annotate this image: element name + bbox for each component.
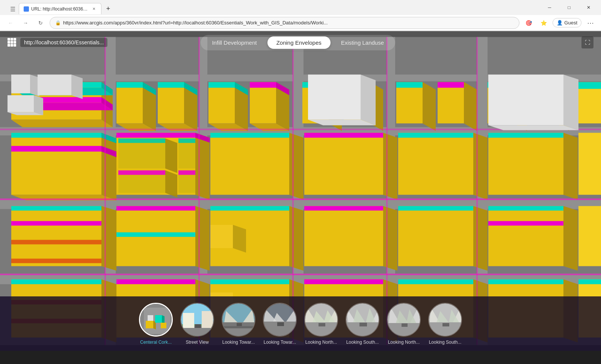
svg-marker-34 — [250, 82, 276, 124]
svg-marker-165 — [146, 321, 153, 328]
svg-rect-183 — [222, 326, 255, 328]
thumb-label-4: Looking North... — [305, 340, 337, 345]
nav-tab-infill[interactable]: Infill Development — [203, 36, 266, 49]
extensions-btn[interactable]: 🎯 — [522, 17, 535, 29]
browser-menu-btn[interactable]: ⋯ — [584, 17, 596, 29]
svg-marker-113 — [398, 206, 473, 211]
svg-marker-141 — [578, 279, 601, 284]
thumb-label-0: Centeral Cork... — [140, 340, 172, 345]
svg-marker-129 — [210, 279, 289, 284]
thumbnail-looking-south-2[interactable]: Looking South... — [428, 303, 462, 345]
svg-marker-37 — [250, 82, 276, 88]
nav-tab-landuse[interactable]: Existing Landuse — [332, 36, 393, 49]
thumb-label-3: Looking Towar... — [264, 340, 296, 345]
url-input[interactable] — [63, 20, 514, 26]
svg-rect-210 — [402, 323, 408, 327]
svg-marker-73 — [304, 133, 383, 195]
thumb-label-5: Looking South... — [346, 340, 379, 345]
svg-marker-62 — [11, 133, 101, 138]
svg-marker-93 — [11, 206, 101, 266]
guest-label: Guest — [564, 20, 577, 26]
svg-marker-45 — [396, 82, 423, 124]
fullscreen-btn[interactable]: ⛶ — [581, 36, 593, 48]
thumbnail-looking-north-2[interactable]: Looking North... — [387, 303, 421, 345]
svg-marker-153 — [8, 95, 34, 112]
thumbnail-looking-north-1[interactable]: Looking North... — [304, 303, 338, 345]
thumb-circle-7 — [428, 303, 462, 337]
close-btn[interactable]: ✕ — [580, 2, 597, 13]
app-logo-area: http://localhost:60360/Essentials... — [8, 38, 107, 47]
svg-marker-109 — [383, 206, 397, 271]
svg-marker-78 — [398, 133, 473, 138]
svg-rect-144 — [0, 274, 601, 275]
thumb-circle-2 — [222, 303, 255, 337]
svg-marker-46 — [423, 82, 436, 131]
svg-marker-111 — [398, 206, 473, 266]
guest-profile-btn[interactable]: 👤 Guest — [553, 18, 581, 27]
svg-marker-159 — [71, 75, 83, 99]
thumb-label-6: Looking North... — [388, 340, 420, 345]
thumbnail-looking-toward-1[interactable]: Looking Towar... — [222, 303, 255, 345]
tab-close-btn[interactable]: ✕ — [92, 6, 97, 12]
tab-title: URL: http://localhost:60360/Esse... — [31, 6, 89, 12]
svg-marker-104 — [289, 206, 304, 271]
grid-icon — [8, 38, 17, 47]
thumb-label-1: Street View — [186, 340, 208, 345]
svg-marker-92 — [178, 171, 195, 175]
svg-marker-88 — [118, 171, 165, 175]
favorites-btn[interactable]: ⭐ — [538, 17, 550, 29]
svg-marker-106 — [210, 225, 233, 248]
svg-marker-105 — [210, 206, 289, 211]
svg-marker-76 — [398, 133, 473, 195]
sidebar-toggle-btn[interactable]: ☰ — [8, 4, 18, 14]
forward-btn[interactable]: → — [20, 17, 32, 29]
app-nav: Infill Development Zoning Envelopes Exis… — [201, 35, 395, 50]
minimize-btn[interactable]: ─ — [541, 2, 558, 13]
svg-marker-156 — [11, 75, 30, 94]
svg-marker-108 — [304, 206, 383, 266]
svg-marker-59 — [11, 133, 101, 195]
svg-marker-19 — [116, 82, 143, 124]
browser-chrome: ☰ URL: http://localhost:60360/Esse... ✕ … — [0, 0, 601, 31]
thumbnail-street-view[interactable]: Street View — [180, 303, 214, 345]
thumb-label-7: Looking South... — [429, 340, 462, 345]
tab-favicon-icon — [24, 6, 29, 12]
new-tab-btn[interactable]: + — [102, 3, 114, 14]
svg-marker-154 — [34, 95, 43, 115]
svg-marker-94 — [101, 206, 116, 271]
svg-marker-121 — [11, 279, 101, 284]
maximize-btn[interactable]: □ — [560, 2, 578, 13]
window-controls: ─ □ ✕ — [541, 2, 597, 13]
svg-rect-176 — [195, 324, 201, 328]
svg-marker-170 — [148, 315, 153, 321]
svg-marker-118 — [578, 206, 601, 266]
svg-marker-98 — [11, 259, 101, 263]
back-btn[interactable]: ← — [5, 17, 17, 29]
svg-rect-182 — [237, 323, 242, 326]
thumb-circle-0 — [139, 303, 173, 337]
svg-marker-151 — [361, 75, 376, 125]
svg-marker-95 — [11, 206, 101, 211]
thumbnail-looking-toward-2[interactable]: Looking Towar... — [263, 303, 297, 345]
thumbnail-looking-south-1[interactable]: Looking South... — [346, 303, 379, 345]
svg-marker-50 — [438, 82, 464, 88]
svg-marker-49 — [464, 82, 477, 131]
svg-marker-150 — [308, 75, 361, 120]
active-tab[interactable]: URL: http://localhost:60360/Esse... ✕ — [19, 3, 101, 14]
refresh-btn[interactable]: ↻ — [35, 17, 47, 29]
thumbnail-central-cork[interactable]: Centeral Cork... — [139, 303, 173, 345]
address-bar-row: ← → ↻ 🔒 🎯 ⭐ 👤 Guest ⋯ — [0, 15, 601, 31]
nav-tab-zoning[interactable]: Zoning Envelopes — [267, 36, 331, 49]
svg-rect-175 — [202, 311, 213, 328]
svg-marker-102 — [116, 233, 195, 237]
svg-marker-84 — [165, 139, 177, 173]
app-url-label: http://localhost:60360/Essentials... — [20, 38, 107, 47]
svg-marker-67 — [195, 133, 210, 200]
svg-rect-217 — [442, 323, 449, 326]
svg-rect-174 — [183, 313, 194, 328]
title-bar: ☰ URL: http://localhost:60360/Esse... ✕ … — [0, 0, 601, 15]
address-bar[interactable]: 🔒 — [50, 17, 519, 29]
svg-marker-114 — [488, 206, 563, 266]
thumb-circle-1 — [180, 303, 214, 337]
svg-rect-142 — [0, 199, 601, 200]
